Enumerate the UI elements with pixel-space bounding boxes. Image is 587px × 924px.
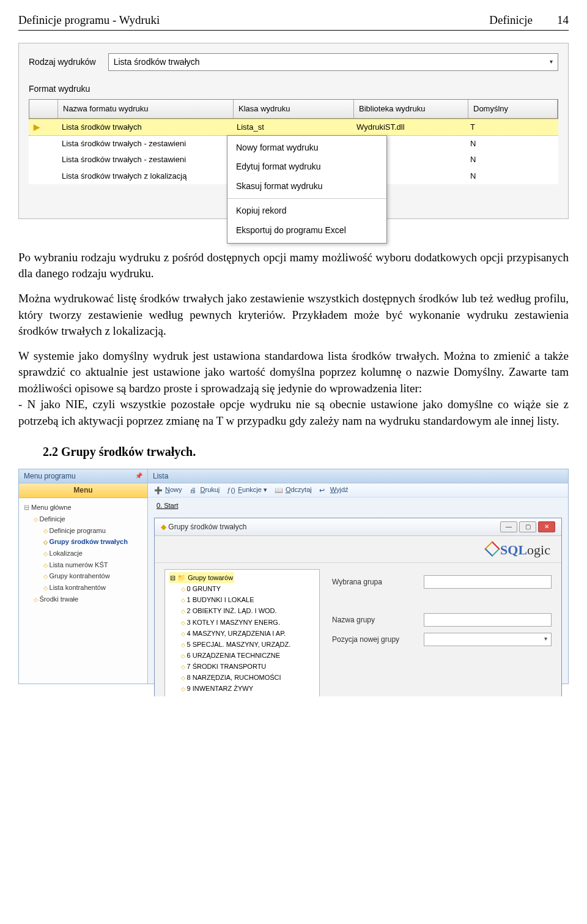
input-nazwa[interactable]	[424, 613, 552, 627]
col-biblioteka[interactable]: Biblioteka wydruku	[354, 100, 468, 118]
rodzaj-label: Rodzaj wydruków	[29, 56, 96, 69]
group-item[interactable]: 8 NARZĘDZIA, RUCHOMOŚCI	[169, 672, 316, 683]
select-pozycja[interactable]	[424, 633, 552, 646]
print-formats-panel: Rodzaj wydruków Lista środków trwałych ▾…	[18, 43, 569, 219]
ctx-export-excel[interactable]: Eksportuj do programu Excel	[227, 221, 386, 240]
format-label: Format wydruku	[29, 83, 558, 95]
tree-item-active[interactable]: Grupy środków trwałych	[24, 536, 145, 548]
groups-window: ◆ Grupy środków trwałych — ▢ ✕ SQLogic G…	[154, 518, 562, 696]
group-item[interactable]: 7 ŚRODKI TRANSPORTU	[169, 661, 316, 672]
ctx-copy-record[interactable]: Kopiuj rekord	[227, 201, 386, 221]
toolbar-wyjdz[interactable]: ↩Wyjdź	[319, 485, 349, 494]
functions-icon: ƒ()	[227, 486, 235, 494]
input-wybrana[interactable]	[424, 575, 552, 589]
tab-start[interactable]: 0. Start	[148, 497, 568, 514]
separator	[227, 198, 386, 199]
main-pane: Lista ➕NNowyowy 🖨Drukuj ƒ()Funkcje ▾ 📖Od…	[148, 469, 568, 684]
header-right: Definicje 14	[489, 12, 569, 29]
nav-tree: Menu główne Definicje Definicje programu…	[19, 498, 147, 683]
col-nazwa[interactable]: Nazwa formatu wydruku	[58, 100, 234, 118]
chevron-down-icon: ▾	[550, 58, 553, 66]
rodzaj-value: Lista środków trwałych	[114, 56, 200, 69]
tree-node-definicje[interactable]: Definicje	[24, 513, 145, 525]
rodzaj-dropdown[interactable]: Lista środków trwałych ▾	[108, 53, 558, 72]
page-number: 14	[557, 12, 569, 29]
col-domyslny[interactable]: Domyślny	[468, 100, 558, 118]
toolbar-drukuj[interactable]: 🖨Drukuj	[190, 485, 220, 494]
plus-icon: ➕	[154, 486, 163, 494]
group-item[interactable]: 6 URZĄDZENIA TECHNICZNE	[169, 650, 316, 661]
ctx-edit-format[interactable]: Edytuj format wydruku	[227, 157, 386, 177]
tree-item[interactable]: Grupy kontrahentów	[24, 570, 145, 582]
sidebar-title: Menu programu 📌	[19, 469, 147, 484]
ctx-delete-format[interactable]: Skasuj format wydruku	[227, 177, 386, 196]
table-row[interactable]: ▶ Lista środków trwałych Lista_st Wydruk…	[29, 119, 558, 136]
row-marker-icon: ▶	[29, 119, 57, 135]
header-section: Definicje	[489, 12, 533, 29]
tree-node-srodki[interactable]: Środki trwałe	[24, 594, 145, 605]
paragraph: W systemie jako domyślny wydruk jest ust…	[18, 348, 569, 430]
group-item[interactable]: 5 SPECJAL. MASZYNY, URZĄDZ.	[169, 639, 316, 650]
close-button[interactable]: ✕	[538, 521, 555, 532]
list-title: Lista	[148, 469, 568, 484]
sidebar: Menu programu 📌 Menu Menu główne Definic…	[19, 469, 148, 684]
logo-icon	[487, 543, 498, 554]
label-nazwa: Nazwa grupy	[332, 615, 424, 625]
tree-item[interactable]: Lista kontrahentów	[24, 582, 145, 594]
toolbar: ➕NNowyowy 🖨Drukuj ƒ()Funkcje ▾ 📖Odczytaj…	[148, 483, 568, 497]
groups-tree[interactable]: Grupy towarów 0 GRUNTY 1 BUDYNKI I LOKAL…	[164, 569, 320, 696]
sidebar-menu-header: Menu	[19, 483, 147, 498]
page-header: Definicje programu - Wydruki Definicje 1…	[18, 12, 569, 31]
exit-icon: ↩	[319, 486, 328, 494]
context-menu: Nowy format wydruku Edytuj format wydruk…	[227, 135, 387, 244]
window-titlebar: ◆ Grupy środków trwałych — ▢ ✕	[155, 518, 561, 536]
label-wybrana: Wybrana grupa	[332, 577, 424, 587]
diamond-icon: ◆	[161, 523, 166, 531]
group-item[interactable]: 4 MASZYNY, URZĄDZENIA I AP.	[169, 628, 316, 639]
tree-item[interactable]: Lokalizacje	[24, 548, 145, 559]
print-icon: 🖨	[190, 486, 198, 494]
tree-item[interactable]: Lista numerów KŚT	[24, 559, 145, 571]
group-item[interactable]: 0 GRUNTY	[169, 583, 316, 594]
group-item[interactable]: 3 KOTŁY I MASZYNY ENERG.	[169, 617, 316, 628]
toolbar-odczytaj[interactable]: 📖Odczytaj	[275, 485, 312, 494]
group-item[interactable]: 2 OBIEKTY INŻ. LĄD. I WOD.	[169, 605, 316, 616]
group-item[interactable]: 9 INWENTARZ ŻYWY	[169, 683, 316, 694]
grid-header: Nazwa formatu wydruku Klasa wydruku Bibl…	[29, 99, 558, 119]
pin-icon[interactable]: 📌	[135, 472, 142, 480]
maximize-button[interactable]: ▢	[519, 521, 536, 532]
paragraph: Można wydrukować listę środków trwałych …	[18, 291, 569, 340]
group-form: Wybrana grupa Nazwa grupy Pozycja nowej …	[332, 569, 552, 696]
col-klasa[interactable]: Klasa wydruku	[234, 100, 354, 118]
book-icon: 📖	[275, 486, 283, 494]
sqlogic-logo: SQLogic	[487, 541, 550, 560]
group-item[interactable]: 1 BUDYNKI I LOKALE	[169, 594, 316, 605]
ctx-new-format[interactable]: Nowy format wydruku	[227, 138, 386, 158]
section-heading: 2.2 Grupy środków trwałych.	[43, 443, 569, 460]
header-left: Definicje programu - Wydruki	[18, 12, 160, 29]
paragraph: Po wybraniu rodzaju wydruku z pośród dos…	[18, 250, 569, 282]
toolbar-nowy[interactable]: ➕NNowyowy	[154, 485, 182, 494]
minimize-button[interactable]: —	[500, 521, 517, 532]
label-pozycja: Pozycja nowej grupy	[332, 635, 424, 645]
logo-row: SQLogic	[155, 536, 561, 562]
toolbar-funkcje[interactable]: ƒ()Funkcje ▾	[227, 485, 267, 494]
app-window: Menu programu 📌 Menu Menu główne Definic…	[18, 469, 569, 684]
tree-root[interactable]: Menu główne	[24, 502, 145, 513]
tree-item[interactable]: Definicje programu	[24, 525, 145, 537]
groups-root[interactable]: Grupy towarów	[169, 572, 234, 583]
